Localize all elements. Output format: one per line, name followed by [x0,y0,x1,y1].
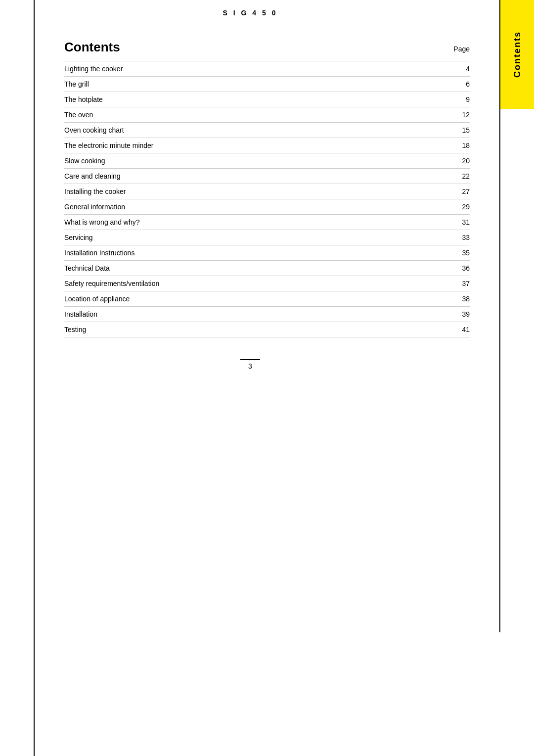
toc-item-title: Technical Data [64,264,110,272]
toc-item-title: Installing the cooker [64,188,126,195]
footer-divider [240,359,260,360]
toc-item-page: 27 [455,188,470,195]
toc-row: Slow cooking 20 [64,153,470,169]
toc-item-title: The electronic minute minder [64,142,154,149]
toc-item-page: 15 [455,126,470,134]
toc-row: Testing 41 [64,322,470,337]
toc-item-title: Installation [64,310,97,318]
toc-row: Technical Data 36 [64,261,470,276]
toc-item-title: The grill [64,80,89,88]
toc-item-page: 9 [455,95,470,103]
toc-item-title: Oven cooking chart [64,126,124,134]
toc-item-page: 22 [455,172,470,180]
contents-heading: Contents [64,40,120,55]
toc-item-page: 6 [455,80,470,88]
toc-item-page: 35 [455,249,470,257]
toc-row: Installing the cooker 27 [64,184,470,199]
toc-row: What is wrong and why? 31 [64,215,470,230]
toc-item-title: Testing [64,326,86,333]
page-container: Contents S I G 4 5 0 Contents Page Light… [0,0,534,756]
contents-header: Contents Page [64,40,470,61]
tab-label: Contents [512,31,523,78]
toc-row: Installation Instructions 35 [64,245,470,261]
toc-row: The oven 12 [64,107,470,123]
toc-item-page: 4 [455,65,470,73]
doc-title: S I G 4 5 0 [0,9,500,17]
toc-item-page: 41 [455,326,470,333]
toc-row: The electronic minute minder 18 [64,138,470,153]
toc-row: Oven cooking chart 15 [64,123,470,138]
toc-row: Lighting the cooker 4 [64,61,470,77]
toc-row: Care and cleaning 22 [64,169,470,184]
toc-row: Location of appliance 38 [64,291,470,307]
toc-row: Safety requirements/ventilation 37 [64,276,470,291]
toc-item-page: 20 [455,157,470,165]
main-content: Contents Page Lighting the cooker 4 The … [64,40,470,337]
toc-item-page: 36 [455,264,470,272]
toc-item-title: Location of appliance [64,295,130,303]
toc-item-title: Lighting the cooker [64,65,123,73]
toc-item-title: Care and cleaning [64,172,121,180]
toc-row: The grill 6 [64,77,470,92]
left-border [34,0,35,756]
toc-row: The hotplate 9 [64,92,470,107]
page-column-label: Page [453,45,470,53]
page-number: 3 [248,362,252,370]
toc-item-page: 39 [455,310,470,318]
toc-item-title: Safety requirements/ventilation [64,280,159,287]
toc-item-page: 33 [455,234,470,241]
toc-table: Lighting the cooker 4 The grill 6 The ho… [64,61,470,337]
toc-row: Servicing 33 [64,230,470,245]
toc-item-title: What is wrong and why? [64,218,140,226]
toc-item-page: 12 [455,111,470,119]
toc-item-title: Servicing [64,234,93,241]
toc-item-title: General information [64,203,125,211]
toc-item-page: 38 [455,295,470,303]
contents-tab: Contents [500,0,534,109]
page-footer: 3 [0,359,500,370]
toc-item-page: 29 [455,203,470,211]
toc-row: General information 29 [64,199,470,215]
toc-item-title: The oven [64,111,93,119]
toc-item-page: 18 [455,142,470,149]
toc-row: Installation 39 [64,307,470,322]
toc-item-page: 31 [455,218,470,226]
toc-item-page: 37 [455,280,470,287]
toc-item-title: Slow cooking [64,157,105,165]
toc-item-title: The hotplate [64,95,103,103]
toc-item-title: Installation Instructions [64,249,134,257]
